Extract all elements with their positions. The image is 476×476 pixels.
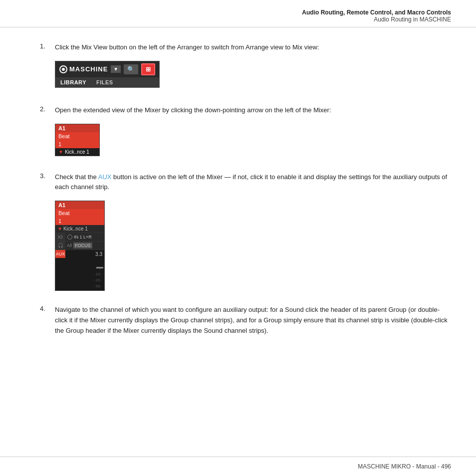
step-1-num: 1. [40, 42, 55, 50]
step-3-text-after: button is active on the left of the Mixe… [55, 173, 447, 191]
mixer-header-label: A1 [58, 125, 65, 131]
mixer-io-row: IO IN 1 L+R [55, 233, 104, 241]
mixer-aux-value: 3.3 [65, 250, 104, 258]
maschine-dropdown-arrow[interactable]: ▼ [111, 65, 121, 73]
step-2-body: Open the extended view of the Mixer by c… [55, 105, 451, 158]
mixer-expand-arrow[interactable]: ▼ [58, 149, 63, 155]
aux-link[interactable]: AUX [98, 173, 112, 181]
content-area: 1. Click the Mix View button on the left… [0, 27, 476, 370]
mixer-headphone-icon: 🎧 [55, 241, 65, 249]
maschine-logo: MASCHINE [59, 65, 108, 73]
step-2-num: 2. [40, 105, 55, 113]
mixer-fader-handle[interactable] [96, 267, 103, 268]
step-4: 4. Navigate to the channel of which you … [40, 305, 451, 341]
mixer-ext-sound: ▼ Kick..nce 1 [55, 225, 104, 233]
fader-label-30: - 30- [93, 284, 101, 288]
maschine-mixer-btn[interactable]: ⊞ [141, 63, 155, 75]
mixer-aux-row: AUX 3.3 [55, 249, 104, 258]
step-1-body: Click the Mix View button on the left of… [55, 42, 451, 91]
mixer-io-icon [67, 235, 72, 239]
mixer-io-value: IN 1 L+R [74, 235, 92, 239]
fader-label-10: - 10- [93, 272, 101, 276]
mixer-channel-name: Beat [55, 132, 99, 140]
mixer-io-label[interactable]: IO [55, 233, 65, 241]
mixer-sound-name: Kick..nce 1 [65, 149, 89, 155]
maschine-circle-inner [62, 68, 65, 71]
step-1-text: Click the Mix View button on the left of… [55, 42, 451, 53]
fader-label-20: - 20- [93, 278, 101, 282]
step-2: 2. Open the extended view of the Mixer b… [40, 105, 451, 158]
header-title-bold: Audio Routing, Remote Control, and Macro… [25, 9, 451, 16]
step-2-text: Open the extended view of the Mixer by c… [55, 105, 451, 116]
mixer-ext-a1: A1 [55, 201, 104, 209]
mixer-focus-all[interactable]: All [65, 242, 73, 249]
footer-page-info: MASCHINE MIKRO - Manual - 496 [358, 463, 451, 470]
mixer-ext-sound-name: Kick..nce 1 [62, 226, 88, 232]
mixer-channel-a1: A1 [55, 124, 99, 132]
mixer-fader-area: - 5 - 10- - 20- - 30- [55, 258, 104, 290]
maschine-tab-library[interactable]: LIBRARY [59, 79, 87, 86]
step-4-text: Navigate to the channel of which you wan… [55, 305, 451, 336]
step-3: 3. Check that the AUX button is active o… [40, 172, 451, 291]
mixer-io-content: IN 1 L+R [65, 233, 104, 241]
step-3-text: Check that the AUX button is active on t… [55, 172, 451, 193]
step-4-body: Navigate to the channel of which you wan… [55, 305, 451, 341]
mixer-small-image: A1 Beat 1 ▼ Kick..nce 1 [55, 124, 100, 156]
page-footer: MASCHINE MIKRO - Manual - 496 [0, 457, 476, 476]
maschine-bar-image: MASCHINE ▼ 🔍 ⊞ LIBRARY FILES [55, 61, 160, 88]
mixer-focus-btn[interactable]: FOCUS [73, 242, 92, 248]
mixer-channel-sound: ▼ Kick..nce 1 [55, 148, 99, 156]
mixer-ext-name: Beat [55, 209, 104, 217]
step-3-num: 3. [40, 172, 55, 180]
maschine-search-btn[interactable]: 🔍 [124, 64, 138, 74]
maschine-tab-files[interactable]: FILES [95, 79, 114, 86]
mixer-extended-image: A1 Beat 1 ▼ Kick..nce 1 IO IN 1 L+R [55, 201, 105, 291]
page-container: Audio Routing, Remote Control, and Macro… [0, 0, 476, 476]
maschine-top-row: MASCHINE ▼ 🔍 ⊞ [55, 61, 159, 77]
mixer-ext-num: 1 [55, 217, 104, 225]
header-title-sub: Audio Routing in MASCHINE [25, 16, 451, 23]
step-3-body: Check that the AUX button is active on t… [55, 172, 451, 291]
page-header: Audio Routing, Remote Control, and Macro… [0, 0, 476, 27]
mixer-focus-row: 🎧 All FOCUS [55, 241, 104, 249]
maschine-logo-circle [59, 65, 67, 73]
mixer-aux-label[interactable]: AUX [55, 250, 65, 258]
mixer-focus-content: All FOCUS [65, 241, 104, 249]
mixer-channel-num: 1 [55, 140, 99, 148]
maschine-bottom-row: LIBRARY FILES [55, 77, 159, 87]
mixer-ext-arrow[interactable]: ▼ [57, 226, 62, 232]
maschine-logo-text: MASCHINE [69, 65, 108, 73]
step-1: 1. Click the Mix View button on the left… [40, 42, 451, 91]
step-3-text-before: Check that the [55, 173, 98, 181]
step-4-num: 4. [40, 305, 55, 312]
